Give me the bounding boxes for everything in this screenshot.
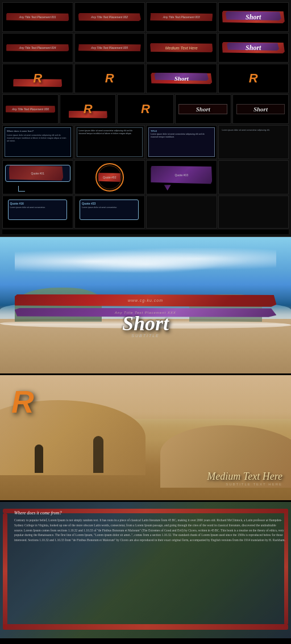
small-quote-label-1: Quote #16 [10, 202, 65, 205]
gap-row [2, 230, 289, 234]
grid-cell-short-5: Short [232, 94, 289, 124]
doc-title: Where does it come from? [14, 510, 285, 516]
grid-cell-r5: R [117, 94, 173, 124]
preview-beach: www.cg-ku.com Any Title Text Placement X… [0, 237, 291, 373]
grid-cell-medium: Medium Text Here [146, 33, 217, 63]
grid-cell-quote2: Lorem ipsum dolor sit amet consectetur a… [74, 125, 146, 159]
grid-row-6: Quote #01 Quote #02 Quote #03 [2, 160, 289, 194]
grid-cell: Any Title Text Placement 002 [74, 2, 146, 32]
cell-label: Any Title Text Placement 003 [163, 15, 200, 19]
quote-body-4: Lorem ipsum dolor sit amet consectetur a… [222, 129, 285, 132]
medium-label: Medium Text Here [165, 46, 198, 50]
preview-doc: Where does it come from? Contrary to pop… [0, 502, 291, 638]
bubble-label-2: Quote #02 [103, 176, 116, 179]
grid-cell-quote4: Lorem ipsum dolor sit amet consectetur a… [218, 125, 289, 159]
letter-r-preview: R [11, 384, 34, 420]
person-1 [35, 444, 43, 473]
cell-label: Any Title Text Placement 004 [19, 46, 56, 49]
letter-r-icon: R [105, 71, 114, 86]
brush-bar-top: www.cg-ku.com [15, 294, 277, 307]
small-quote-label-2: Quote #23 [82, 202, 136, 205]
preview-section: www.cg-ku.com Any Title Text Placement X… [0, 237, 291, 638]
cell-label: Any Title Text Placement 001 [19, 15, 56, 19]
grid-row-5: Where does it come from? Lorem ipsum dol… [2, 125, 289, 159]
grid-cell: Any Title Text Placement 003 [146, 2, 217, 32]
letter-r-icon: R [33, 71, 42, 86]
quote-content-1: Where does it come from? [7, 130, 69, 133]
short-title-3: Short [174, 75, 189, 82]
grid-cell-short-stroke: Short [146, 64, 217, 93]
doc-brush-bottom [3, 624, 288, 630]
quote-header-3: TITLE [151, 130, 213, 132]
grid-cell-quote1: Where does it come from? Lorem ipsum dol… [2, 125, 73, 159]
grid-cell: Any Title Text Placement 005 [74, 33, 146, 63]
beach-clouds [15, 248, 277, 275]
cell-label: Any Title Text Placement 006 [12, 107, 49, 111]
grid-cell-empty2 [146, 196, 217, 228]
grid-cell-bubble2: Quote #02 [74, 160, 146, 194]
grid-row-2: Any Title Text Placement 004 Any Title T… [2, 33, 289, 63]
bubble-label-3: Quote #03 [175, 173, 188, 177]
preview-dune: R Medium Text Here SUBTITLE TEXT HERE [0, 375, 291, 500]
short-title-5: Short [253, 106, 268, 113]
quote-body-3: Lorem ipsum dolor sit amet consectetur a… [151, 133, 213, 139]
cell-label: Any Title Text Placement 002 [91, 15, 128, 19]
doc-brush-left [3, 513, 7, 629]
grid-row-1: Any Title Text Placement 001 Any Title T… [2, 2, 289, 32]
grid-cell-r4: R [60, 94, 116, 124]
grid-row-3: R R Short R [2, 64, 289, 93]
grid-cell-bubble3: Quote #03 [146, 160, 217, 194]
grid-cell-small1: Quote #16 Lorem ipsum dolor sit amet con… [2, 196, 73, 228]
grid-cell-short: Short [218, 2, 289, 32]
grid-cell: Any Title Text Placement 004 [2, 33, 73, 63]
letter-r-icon: R [141, 102, 150, 117]
watermark-brush-text: www.cg-ku.com [128, 298, 163, 302]
grid-cell-short-4: Short [175, 94, 231, 124]
grid-row-4: Any Title Text Placement 006 R R Short S… [2, 94, 289, 124]
short-title-2: Short [246, 44, 261, 52]
grid-cell-r1: R [2, 64, 73, 93]
grid-section: Any Title Text Placement 001 Any Title T… [0, 0, 291, 237]
medium-sub: SUBTITLE TEXT HERE [207, 483, 282, 486]
grid-cell: Any Title Text Placement 006 [2, 94, 59, 124]
main-title-container: Short SUBTITLE [122, 313, 169, 338]
doc-body: Contrary to popular belief, Lorem Ipsum … [14, 518, 285, 543]
small-quote-body-2: Lorem ipsum dolor sit amet consectetur. [82, 206, 136, 209]
doc-text-area: Where does it come from? Contrary to pop… [14, 510, 285, 621]
grid-row-7: Quote #16 Lorem ipsum dolor sit amet con… [2, 196, 289, 228]
grid-cell-empty1 [218, 160, 289, 194]
letter-r-icon: R [84, 102, 93, 117]
quote-body-2: Lorem ipsum dolor sit amet consectetur a… [79, 130, 141, 135]
grid-cell-bubble1: Quote #01 [2, 160, 73, 194]
letter-r-icon: R [249, 71, 258, 86]
short-title: Short [246, 13, 261, 22]
grid-cell-r2: R [74, 64, 146, 93]
grid-cell-short-2: Short [218, 33, 289, 63]
quote-body-1: Lorem ipsum dolor sit amet consectetur a… [7, 134, 69, 143]
bubble-label-1: Quote #01 [31, 172, 44, 175]
main-title: Short [122, 313, 169, 334]
grid-cell: Any Title Text Placement 001 [2, 2, 73, 32]
small-quote-body-1: Lorem ipsum dolor sit amet consectetur. [10, 206, 65, 209]
person-2 [93, 436, 103, 473]
short-title-4: Short [196, 106, 210, 113]
grid-cell-quote3: TITLE Lorem ipsum dolor sit amet consect… [146, 125, 217, 159]
grid-cell-r3: R [218, 64, 289, 93]
grid-cell-small2: Quote #23 Lorem ipsum dolor sit amet con… [74, 196, 146, 228]
cell-label: Any Title Text Placement 005 [91, 46, 128, 49]
medium-text: Medium Text Here [207, 471, 282, 483]
grid-cell-empty3 [218, 196, 289, 228]
medium-text-container: Medium Text Here SUBTITLE TEXT HERE [207, 471, 282, 486]
